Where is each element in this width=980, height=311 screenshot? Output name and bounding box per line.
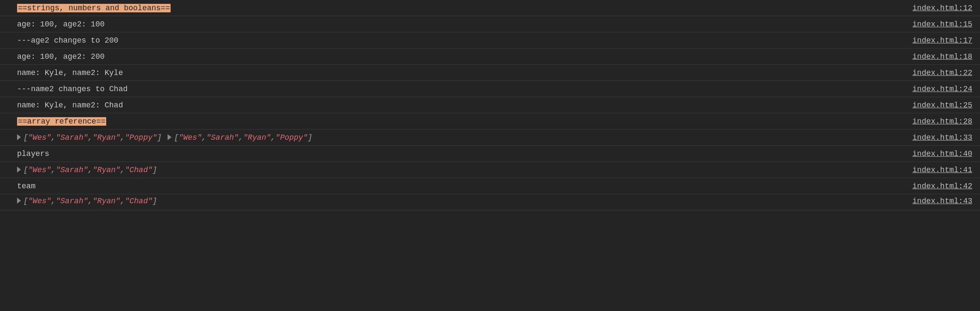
console-row: players index.html:40	[0, 146, 980, 162]
source-link[interactable]: index.html:17	[904, 36, 972, 45]
source-link[interactable]: index.html:22	[904, 69, 972, 77]
console-message: [ "Wes", "Sarah", "Ryan", "Chad" ]	[17, 166, 163, 174]
console-row: team index.html:42	[0, 178, 980, 194]
expand-arrow-icon[interactable]	[17, 198, 21, 204]
console-row: [ "Wes", "Sarah", "Ryan", "Chad" ] index…	[0, 162, 980, 178]
console-message: ---name2 changes to Chad	[17, 85, 128, 93]
bracket-open: [	[174, 133, 179, 142]
console-output: ==strings, numbers and booleans== index.…	[0, 0, 980, 210]
console-row: name: Kyle, name2: Kyle index.html:22	[0, 65, 980, 81]
expand-arrow-icon[interactable]	[168, 134, 171, 140]
console-message: [ "Wes", "Sarah", "Ryan", "Chad" ]	[17, 197, 163, 205]
array-item: "Wes"	[28, 166, 51, 174]
source-link[interactable]: index.html:41	[904, 166, 972, 174]
array-item: "Sarah"	[56, 133, 88, 142]
expand-arrow-icon[interactable]	[17, 134, 21, 140]
bracket-close: ]	[153, 197, 157, 205]
console-message: name: Kyle, name2: Chad	[17, 101, 123, 109]
highlighted-text: ==array reference==	[17, 117, 106, 126]
array-item: "Wes"	[28, 197, 51, 205]
console-message: age: 100, age2: 200	[17, 52, 104, 61]
array-item: "Wes"	[179, 133, 202, 142]
console-message: ==array reference==	[17, 117, 106, 126]
array-item: "Ryan"	[93, 166, 120, 174]
source-link[interactable]: index.html:12	[904, 4, 972, 12]
array-preview[interactable]: [ "Wes", "Sarah", "Ryan", "Chad" ]	[17, 197, 157, 205]
console-message: age: 100, age2: 100	[17, 20, 104, 29]
console-message: players	[17, 150, 49, 158]
bracket-open: [	[23, 166, 28, 174]
source-link[interactable]: index.html:40	[904, 150, 972, 158]
array-item: "Wes"	[28, 133, 51, 142]
array-preview[interactable]: [ "Wes", "Sarah", "Ryan", "Chad" ]	[17, 166, 157, 174]
console-row: ---age2 changes to 200 index.html:17	[0, 32, 980, 49]
array-item: "Poppy"	[125, 133, 157, 142]
array-preview[interactable]: [ "Wes", "Sarah", "Ryan", "Poppy" ]	[17, 133, 162, 142]
array-preview[interactable]: [ "Wes", "Sarah", "Ryan", "Poppy" ]	[168, 133, 312, 142]
console-row: age: 100, age2: 100 index.html:15	[0, 16, 980, 32]
console-row: ==strings, numbers and booleans== index.…	[0, 0, 980, 16]
bracket-open: [	[23, 133, 28, 142]
highlighted-text: ==strings, numbers and booleans==	[17, 4, 171, 12]
source-link[interactable]: index.html:42	[904, 182, 972, 190]
console-message: [ "Wes", "Sarah", "Ryan", "Poppy" ] [ "W…	[17, 133, 318, 142]
source-link[interactable]: index.html:28	[904, 117, 972, 126]
array-item: "Sarah"	[206, 133, 239, 142]
source-link[interactable]: index.html:25	[904, 101, 972, 109]
source-link[interactable]: index.html:43	[904, 197, 972, 205]
array-item: "Ryan"	[93, 133, 120, 142]
array-item: "Chad"	[125, 166, 153, 174]
bracket-open: [	[23, 197, 28, 205]
console-row: ==array reference== index.html:28	[0, 113, 980, 130]
console-row: [ "Wes", "Sarah", "Ryan", "Poppy" ] [ "W…	[0, 130, 980, 146]
console-row: ---name2 changes to Chad index.html:24	[0, 81, 980, 97]
array-item: "Sarah"	[56, 197, 88, 205]
bracket-close: ]	[153, 166, 157, 174]
source-link[interactable]: index.html:18	[904, 52, 972, 61]
bracket-close: ]	[157, 133, 162, 142]
array-item: "Sarah"	[56, 166, 88, 174]
console-message: team	[17, 182, 35, 190]
source-link[interactable]: index.html:15	[904, 20, 972, 29]
array-item: "Ryan"	[243, 133, 271, 142]
console-message: ---age2 changes to 200	[17, 36, 119, 45]
array-item: "Chad"	[125, 197, 153, 205]
bracket-close: ]	[307, 133, 312, 142]
expand-arrow-icon[interactable]	[17, 167, 21, 173]
console-message: name: Kyle, name2: Kyle	[17, 69, 123, 77]
source-link[interactable]: index.html:24	[904, 85, 972, 93]
console-row: name: Kyle, name2: Chad index.html:25	[0, 97, 980, 113]
console-row: age: 100, age2: 200 index.html:18	[0, 49, 980, 65]
array-item: "Poppy"	[275, 133, 308, 142]
array-item: "Ryan"	[93, 197, 120, 205]
console-message: ==strings, numbers and booleans==	[17, 4, 171, 12]
console-row: [ "Wes", "Sarah", "Ryan", "Chad" ] index…	[0, 194, 980, 210]
source-link[interactable]: index.html:33	[904, 133, 972, 142]
